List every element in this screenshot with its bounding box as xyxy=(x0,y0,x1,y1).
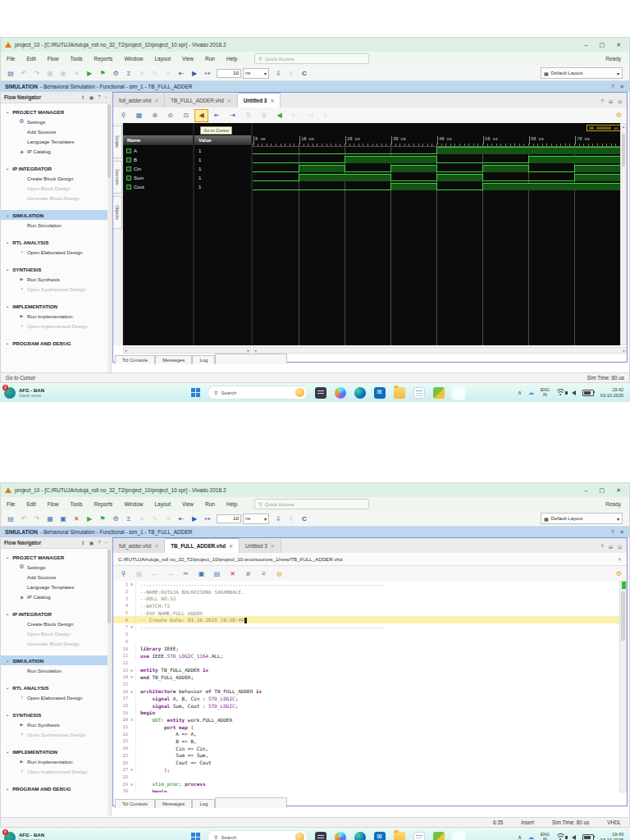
code-toolbar-icon[interactable]: ✂ xyxy=(179,567,193,580)
code-toolbar-icon[interactable]: ▦ xyxy=(132,567,146,580)
taskbar-app-icon[interactable] xyxy=(433,387,445,399)
flow-nav-item[interactable]: Open Elaborated Design xyxy=(1,247,111,257)
toolbar-icon[interactable]: ✕ xyxy=(71,514,82,524)
menu-item[interactable]: Edit xyxy=(21,501,41,507)
toolbar-icon[interactable]: ✕ xyxy=(71,68,82,79)
fold-icon[interactable]: ⊖ xyxy=(128,668,135,673)
flow-nav-item[interactable]: IP Catalog xyxy=(1,591,111,601)
code-line[interactable]: 10library IEEE; xyxy=(113,645,619,652)
code-toolbar-icon[interactable]: ▤ xyxy=(210,567,224,580)
flow-section-header[interactable]: ⌄ SYNTHESIS xyxy=(1,264,111,274)
code-line[interactable]: 17 signal A, B, Cin : STD_LOGIC; xyxy=(113,695,619,702)
tab-close-icon[interactable]: ✕ xyxy=(227,98,231,103)
editor-vertical-scrollbar[interactable] xyxy=(619,581,627,792)
menu-item[interactable]: Window xyxy=(118,56,148,62)
toolbar-icon[interactable]: ✕ xyxy=(136,68,148,79)
help-icon[interactable]: ? xyxy=(98,540,100,546)
menu-item[interactable]: File xyxy=(1,56,21,62)
code-line[interactable]: 28 xyxy=(113,774,619,781)
start-button[interactable] xyxy=(191,388,200,397)
menu-item[interactable]: Edit xyxy=(21,56,41,62)
fold-icon[interactable]: ⊖ xyxy=(128,674,135,679)
menu-item[interactable]: Tools xyxy=(64,501,88,507)
code-line[interactable]: 9 xyxy=(113,638,619,646)
layout-select[interactable]: ▦ Default Layout ▾ xyxy=(541,67,623,79)
taskbar-app-icon[interactable] xyxy=(354,832,366,840)
flow-nav-item[interactable]: Open Implemented Design xyxy=(1,766,111,776)
fold-icon[interactable]: ⊖ xyxy=(128,782,135,787)
console-tab[interactable]: Messages xyxy=(155,355,192,364)
float-icon[interactable]: ⊟ xyxy=(609,98,613,104)
flow-section-header[interactable]: ⌄ IP INTEGRATOR xyxy=(1,163,111,173)
flow-nav-item[interactable]: Add Sources xyxy=(1,572,111,582)
menu-item[interactable]: View xyxy=(176,501,199,507)
menu-item[interactable]: Help xyxy=(221,501,243,507)
signal-row[interactable]: Sum xyxy=(123,173,193,182)
waveform-toolbar-icon[interactable]: ⇅ xyxy=(241,109,255,122)
code-line[interactable]: 27⊖ ); xyxy=(113,766,619,774)
code-line[interactable]: 23 B => B, xyxy=(113,737,619,745)
toolbar-icon[interactable]: ▦ xyxy=(44,514,56,524)
signal-value[interactable]: 1 xyxy=(194,155,251,164)
code-line[interactable]: 4--BATCH:T2 xyxy=(113,602,619,609)
signal-row[interactable]: B xyxy=(123,155,193,164)
tab-close-icon[interactable]: ✕ xyxy=(271,543,275,549)
flow-section-header[interactable]: ⌄ PROJECT MANAGER xyxy=(1,107,111,116)
menu-item[interactable]: Run xyxy=(199,56,221,62)
help-icon[interactable]: ? xyxy=(611,84,614,90)
close-file-icon[interactable]: ✕ xyxy=(618,556,622,562)
waveform-toolbar-icon[interactable]: ⊡ xyxy=(179,109,193,122)
taskbar-widget-scores[interactable]: AFG - BAN Game score xyxy=(0,387,127,399)
fold-icon[interactable]: ⊖ xyxy=(128,689,135,694)
code-toolbar-icon[interactable]: ≡ xyxy=(257,567,271,580)
menu-item[interactable]: Reports xyxy=(89,56,119,62)
flow-nav-item[interactable]: Run Implementation xyxy=(1,311,111,321)
toolbar-icon[interactable]: ⚙ xyxy=(110,68,121,79)
toolbar-icon[interactable]: Σ xyxy=(123,68,135,79)
waveform-toolbar-icon[interactable]: ⚲ xyxy=(116,109,130,122)
quick-access-input[interactable]: ⚲ Quick Access xyxy=(254,53,369,64)
flow-nav-item[interactable]: Generate Block Design xyxy=(1,193,111,203)
editor-tab[interactable]: TB_FULL_ADDER.vhd✕ xyxy=(165,94,237,107)
flow-nav-item[interactable]: Run Simulation xyxy=(1,220,111,230)
toolbar-icon[interactable]: ‖ xyxy=(285,68,297,79)
toolbar-icon[interactable]: C xyxy=(299,514,310,524)
signal-value[interactable]: 1 xyxy=(194,164,251,173)
minimize-button[interactable]: – xyxy=(585,487,588,494)
flow-nav-item[interactable]: Open Synthesized Design xyxy=(1,729,111,739)
chevron-up-icon[interactable]: ∧ xyxy=(518,834,522,840)
tab-close-icon[interactable]: ✕ xyxy=(270,98,274,103)
code-line[interactable]: 13⊖entity TB_FULL_ADDER is xyxy=(113,666,619,673)
waveform-toolbar-icon[interactable]: ◀ xyxy=(194,109,208,122)
toolbar-icon[interactable]: ⇩ xyxy=(272,68,284,79)
code-toolbar-icon[interactable]: ✕ xyxy=(226,567,240,580)
toolbar-icon[interactable]: ⇤ xyxy=(176,514,187,524)
code-line[interactable]: 6-- Create Date: 03.10.2025 19:38:48 xyxy=(113,616,619,623)
taskbar-search-input[interactable]: ⚲ Search xyxy=(208,830,308,840)
menu-item[interactable]: Flow xyxy=(42,501,65,507)
code-line[interactable]: 15 xyxy=(113,681,619,688)
flow-nav-item[interactable]: Run Implementation xyxy=(1,756,111,766)
toolbar-icon[interactable]: ↦ xyxy=(202,68,213,79)
toolbar-icon[interactable]: ‖ xyxy=(285,514,297,524)
start-button[interactable] xyxy=(191,833,200,840)
toolbar-icon[interactable]: ⇩ xyxy=(272,514,284,524)
sidebar-scrollbar[interactable] xyxy=(107,103,111,372)
runtime-unit-select[interactable]: ns▾ xyxy=(243,514,269,524)
flow-section-header[interactable]: ⌄ SYNTHESIS xyxy=(1,710,111,719)
code-line[interactable]: 8 xyxy=(113,631,619,638)
toolbar-icon[interactable]: ⚑ xyxy=(97,514,108,524)
menu-item[interactable]: Help xyxy=(221,56,243,62)
runtime-input[interactable] xyxy=(217,514,241,523)
flow-section-header[interactable]: ⌄ RTL ANALYSIS xyxy=(1,237,111,247)
taskbar-app-icon[interactable] xyxy=(413,387,425,399)
runtime-input[interactable] xyxy=(217,69,241,78)
toolbar-icon[interactable]: ⚑ xyxy=(97,68,108,79)
flow-section-header[interactable]: ⌄ PROGRAM AND DEBUG xyxy=(1,338,111,348)
toolbar-icon[interactable]: ↦ xyxy=(202,514,213,524)
runtime-unit-select[interactable]: ns▾ xyxy=(243,68,269,79)
taskbar-app-icon[interactable] xyxy=(394,387,405,399)
language-indicator[interactable]: ENGIN xyxy=(541,833,550,840)
help-icon[interactable]: ? xyxy=(601,98,604,104)
value-column-header[interactable]: Value xyxy=(194,135,251,146)
